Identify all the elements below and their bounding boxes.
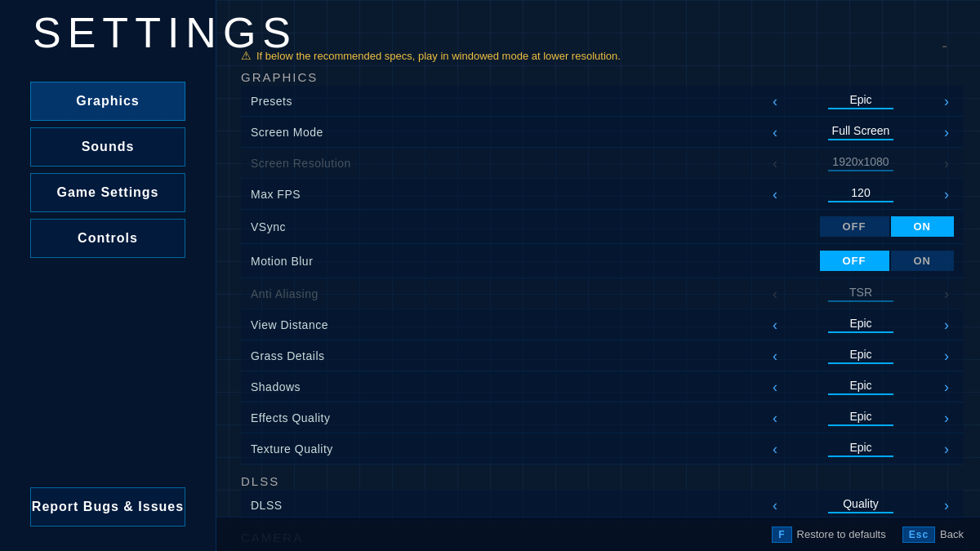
texture-right-arrow[interactable]: › bbox=[939, 442, 954, 456]
shadows-right-arrow[interactable]: › bbox=[939, 380, 954, 394]
row-screen-resolution: Screen Resolution ‹ 1920x1080 › bbox=[241, 148, 964, 179]
label-shadows: Shadows bbox=[251, 380, 768, 393]
report-bugs-button[interactable]: Report Bugs & Issues bbox=[30, 487, 185, 527]
section-header-dlss: DLSS bbox=[241, 474, 964, 488]
back-action: Esc Back bbox=[902, 527, 964, 543]
label-screen-mode: Screen Mode bbox=[251, 126, 768, 139]
dlss-right-arrow[interactable]: › bbox=[939, 498, 954, 513]
max-fps-value: 120 bbox=[787, 186, 934, 202]
label-grass-details: Grass Details bbox=[251, 349, 768, 362]
label-screen-resolution: Screen Resolution bbox=[251, 157, 768, 170]
presets-right-arrow[interactable]: › bbox=[939, 94, 954, 109]
label-presets: Presets bbox=[251, 95, 768, 108]
value-max-fps: ‹ 120 › bbox=[768, 186, 954, 202]
row-vsync: VSync OFF ON bbox=[241, 210, 964, 244]
restore-defaults-action: F Restore to defaults bbox=[772, 527, 885, 543]
row-shadows: Shadows ‹ Epic › bbox=[241, 371, 964, 402]
label-texture-quality: Texture Quality bbox=[251, 442, 768, 455]
view-distance-value: Epic bbox=[787, 317, 934, 333]
value-anti-aliasing: ‹ TSR › bbox=[768, 286, 954, 302]
row-texture-quality: Texture Quality ‹ Epic › bbox=[241, 433, 964, 464]
label-view-distance: View Distance bbox=[251, 318, 768, 331]
aa-right-arrow: › bbox=[939, 287, 954, 301]
motion-blur-on-button[interactable]: ON bbox=[891, 251, 955, 271]
motion-blur-toggle: OFF ON bbox=[820, 251, 955, 271]
sidebar-item-controls[interactable]: Controls bbox=[30, 219, 185, 258]
dlss-value: Quality bbox=[787, 497, 934, 513]
vsync-off-button[interactable]: OFF bbox=[820, 216, 889, 237]
restore-label: Restore to defaults bbox=[797, 528, 886, 540]
row-presets: Presets ‹ Epic › bbox=[241, 86, 964, 117]
grass-value: Epic bbox=[787, 348, 934, 364]
aa-value: TSR bbox=[787, 286, 934, 302]
view-distance-left-arrow[interactable]: ‹ bbox=[768, 318, 782, 332]
row-screen-mode: Screen Mode ‹ Full Screen › bbox=[241, 117, 964, 148]
resolution-right-arrow: › bbox=[939, 156, 954, 171]
screen-mode-right-arrow[interactable]: › bbox=[939, 125, 954, 140]
max-fps-right-arrow[interactable]: › bbox=[939, 187, 954, 202]
effects-left-arrow[interactable]: ‹ bbox=[768, 411, 782, 425]
view-distance-right-arrow[interactable]: › bbox=[939, 318, 954, 332]
row-grass-details: Grass Details ‹ Epic › bbox=[241, 340, 964, 371]
effects-right-arrow[interactable]: › bbox=[939, 411, 954, 425]
row-max-fps: Max FPS ‹ 120 › bbox=[241, 179, 964, 210]
screen-mode-value: Full Screen bbox=[787, 124, 934, 140]
label-effects-quality: Effects Quality bbox=[251, 411, 768, 424]
footer-bar: F Restore to defaults Esc Back bbox=[216, 517, 980, 551]
shadows-left-arrow[interactable]: ‹ bbox=[768, 380, 782, 394]
row-view-distance: View Distance ‹ Epic › bbox=[241, 309, 964, 340]
restore-key-badge: F bbox=[772, 527, 791, 543]
row-effects-quality: Effects Quality ‹ Epic › bbox=[241, 402, 964, 433]
sidebar: Graphics Sounds Game Settings Controls R… bbox=[0, 0, 216, 551]
value-grass-details: ‹ Epic › bbox=[768, 348, 954, 364]
value-shadows: ‹ Epic › bbox=[768, 379, 954, 395]
motion-blur-off-button[interactable]: OFF bbox=[820, 251, 889, 271]
texture-left-arrow[interactable]: ‹ bbox=[768, 442, 782, 456]
label-motion-blur: Motion Blur bbox=[251, 255, 820, 268]
row-motion-blur: Motion Blur OFF ON bbox=[241, 244, 964, 278]
row-anti-aliasing: Anti Aliasing ‹ TSR › bbox=[241, 278, 964, 309]
main-content: ⚠ If below the recommended specs, play i… bbox=[216, 0, 980, 551]
sidebar-item-sounds[interactable]: Sounds bbox=[30, 127, 185, 167]
aa-left-arrow: ‹ bbox=[768, 287, 782, 301]
grass-right-arrow[interactable]: › bbox=[939, 349, 954, 363]
max-fps-left-arrow[interactable]: ‹ bbox=[768, 187, 782, 202]
dlss-left-arrow[interactable]: ‹ bbox=[768, 498, 782, 513]
screen-mode-left-arrow[interactable]: ‹ bbox=[768, 125, 782, 140]
warning-icon: ⚠ bbox=[241, 49, 252, 62]
value-effects-quality: ‹ Epic › bbox=[768, 410, 954, 426]
resolution-left-arrow: ‹ bbox=[768, 156, 782, 171]
label-anti-aliasing: Anti Aliasing bbox=[251, 287, 768, 300]
back-label: Back bbox=[940, 528, 964, 540]
sidebar-bottom: Report Bugs & Issues bbox=[30, 487, 185, 527]
vsync-on-button[interactable]: ON bbox=[891, 216, 955, 237]
value-view-distance: ‹ Epic › bbox=[768, 317, 954, 333]
texture-value: Epic bbox=[787, 441, 934, 457]
effects-value: Epic bbox=[787, 410, 934, 426]
presets-left-arrow[interactable]: ‹ bbox=[768, 94, 782, 109]
vsync-toggle: OFF ON bbox=[820, 216, 955, 237]
shadows-value: Epic bbox=[787, 379, 934, 395]
value-screen-mode: ‹ Full Screen › bbox=[768, 124, 954, 140]
label-max-fps: Max FPS bbox=[251, 188, 768, 201]
section-header-graphics: Graphics bbox=[241, 70, 964, 84]
warning-banner: ⚠ If below the recommended specs, play i… bbox=[241, 49, 964, 62]
value-presets: ‹ Epic › bbox=[768, 93, 954, 109]
sidebar-item-graphics[interactable]: Graphics bbox=[30, 82, 185, 121]
grass-left-arrow[interactable]: ‹ bbox=[768, 349, 782, 363]
resolution-value: 1920x1080 bbox=[787, 155, 934, 171]
back-key-badge: Esc bbox=[902, 527, 935, 543]
presets-value: Epic bbox=[787, 93, 934, 109]
value-dlss: ‹ Quality › bbox=[768, 497, 954, 513]
value-screen-resolution: ‹ 1920x1080 › bbox=[768, 155, 954, 171]
value-texture-quality: ‹ Epic › bbox=[768, 441, 954, 457]
label-dlss: DLSS bbox=[251, 499, 768, 512]
sidebar-item-game-settings[interactable]: Game Settings bbox=[30, 173, 185, 212]
label-vsync: VSync bbox=[251, 220, 820, 233]
